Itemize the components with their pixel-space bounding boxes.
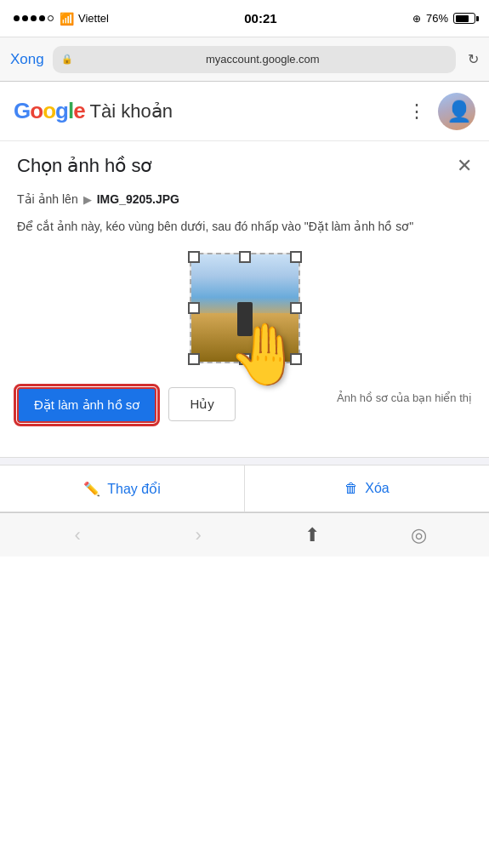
pencil-icon: ✏️ (83, 481, 100, 497)
lock-icon: 🔒 (61, 54, 73, 65)
done-button[interactable]: Xong (10, 51, 44, 68)
change-photo-button[interactable]: ✏️ Thay đổi (0, 465, 245, 511)
change-label: Thay đổi (107, 481, 160, 497)
logo-g: G (14, 98, 30, 123)
signal-area: 📶 Viettel (14, 12, 109, 26)
crop-image (191, 254, 299, 362)
close-button[interactable]: ✕ (457, 157, 472, 175)
google-logo: Google (14, 98, 85, 124)
battery-fill (456, 15, 469, 22)
logo-o1: o (30, 98, 43, 123)
delete-label: Xóa (365, 481, 389, 496)
handle-mid-left[interactable] (188, 302, 200, 314)
google-title-area: Google Tài khoản (14, 98, 173, 124)
battery-percentage: 76% (426, 12, 448, 25)
modal-title-row: Chọn ảnh hồ sơ ✕ (17, 155, 472, 177)
url-text: myaccount.google.com (78, 53, 447, 66)
back-button[interactable]: ‹ (62, 521, 92, 550)
share-icon[interactable]: ⬆ (304, 524, 320, 546)
handle-top-left[interactable] (188, 251, 200, 263)
avatar[interactable] (438, 93, 475, 130)
reload-button[interactable]: ↻ (468, 51, 479, 67)
handle-bottom-mid[interactable] (239, 353, 251, 365)
crop-box[interactable] (190, 253, 300, 363)
forward-button[interactable]: › (184, 521, 213, 550)
more-options-button[interactable]: ⋮ (407, 102, 426, 121)
signal-dot-3 (31, 15, 37, 21)
handle-bottom-right[interactable] (290, 353, 302, 365)
handle-top-right[interactable] (290, 251, 302, 263)
handle-bottom-left[interactable] (188, 353, 200, 365)
nav-bar: ‹ › ⬆ ◎ (0, 512, 489, 557)
cancel-button[interactable]: Hủy (168, 387, 235, 421)
instruction-text: Để cắt ảnh này, kéo vùng bên dưới, sau đ… (17, 218, 472, 236)
breadcrumb-upload-label: Tải ảnh lên (17, 192, 78, 206)
signal-dot-1 (14, 15, 20, 21)
browser-bar: Xong 🔒 myaccount.google.com ↻ (0, 37, 489, 82)
signal-dot-5 (48, 15, 54, 21)
modal-title: Chọn ảnh hồ sơ (17, 155, 151, 177)
handle-top-mid[interactable] (239, 251, 251, 263)
carrier-label: Viettel (78, 12, 109, 25)
bottom-action-bar: ✏️ Thay đổi 🗑 Xóa (0, 465, 489, 512)
breadcrumb-arrow-icon: ▶ (83, 193, 92, 206)
clock: 00:21 (244, 11, 276, 26)
header-actions: ⋮ (407, 93, 475, 130)
sidebar-hint-text: Ảnh hồ sơ của bạn hiển thị (247, 387, 472, 406)
url-bar[interactable]: 🔒 myaccount.google.com (53, 46, 456, 73)
battery-area: ⊕ 76% (412, 12, 475, 25)
section-spacer (0, 458, 489, 465)
logo-g2: g (55, 98, 68, 123)
buttons-row: Đặt làm ảnh hồ sơ Hủy Ảnh hồ sơ của bạn … (17, 387, 472, 440)
set-profile-photo-button[interactable]: Đặt làm ảnh hồ sơ (17, 387, 156, 423)
logo-o2: o (43, 98, 55, 123)
modal-area: Chọn ảnh hồ sơ ✕ Tải ảnh lên ▶ IMG_9205.… (0, 141, 489, 458)
crop-container[interactable]: 🤚 (17, 253, 472, 363)
google-header: Google Tài khoản ⋮ (0, 82, 489, 141)
status-bar: 📶 Viettel 00:21 ⊕ 76% (0, 0, 489, 37)
signal-dot-4 (39, 15, 45, 21)
handle-mid-right[interactable] (290, 302, 302, 314)
logo-e: e (73, 98, 84, 123)
battery-icon (453, 13, 475, 24)
delete-photo-button[interactable]: 🗑 Xóa (245, 465, 489, 511)
wifi-icon: 📶 (60, 12, 74, 26)
breadcrumb: Tải ảnh lên ▶ IMG_9205.JPG (17, 192, 472, 206)
breadcrumb-filename: IMG_9205.JPG (97, 192, 179, 206)
header-subtitle: Tài khoản (90, 100, 173, 123)
compass-icon[interactable]: ◎ (411, 524, 427, 546)
trash-icon: 🗑 (344, 481, 358, 496)
location-icon: ⊕ (412, 13, 421, 25)
signal-dot-2 (22, 15, 28, 21)
